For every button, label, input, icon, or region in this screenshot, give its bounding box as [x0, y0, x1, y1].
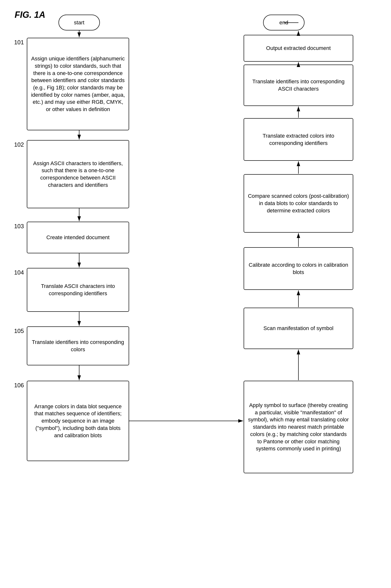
node-109: Calibrate according to colors in calibra… — [244, 247, 353, 290]
end-node: end — [263, 15, 304, 30]
label-102: 102 — [14, 141, 24, 148]
node-108: Scan manifestation of symbol — [244, 308, 353, 349]
label-103: 103 — [14, 223, 24, 230]
node-111: Translate extracted colors into correspo… — [244, 118, 353, 161]
label-105: 105 — [14, 328, 24, 335]
node-107: Apply symbol to surface (thereby creatin… — [244, 381, 353, 473]
node-113: Output extracted document — [244, 35, 353, 62]
node-103: Create intended document — [27, 222, 129, 253]
start-node: start — [58, 15, 100, 30]
page-title: FIG. 1A — [15, 10, 45, 20]
node-106: Arrange colors in data blot sequence tha… — [27, 381, 129, 461]
node-105: Translate identifiers into corresponding… — [27, 326, 129, 365]
node-110: Compare scanned colors (post-calibration… — [244, 174, 353, 233]
node-112: Translate identifiers into corresponding… — [244, 65, 353, 106]
label-101: 101 — [14, 39, 24, 46]
label-106: 106 — [14, 382, 24, 389]
flowchart: FIG. 1A start end 101 Assign unique iden… — [0, 0, 391, 588]
node-104: Translate ASCII characters into correspo… — [27, 268, 129, 312]
label-104: 104 — [14, 269, 24, 276]
node-102: Assign ASCII characters to identifiers, … — [27, 140, 129, 208]
node-101: Assign unique identifiers (alphanumeric … — [27, 38, 129, 130]
